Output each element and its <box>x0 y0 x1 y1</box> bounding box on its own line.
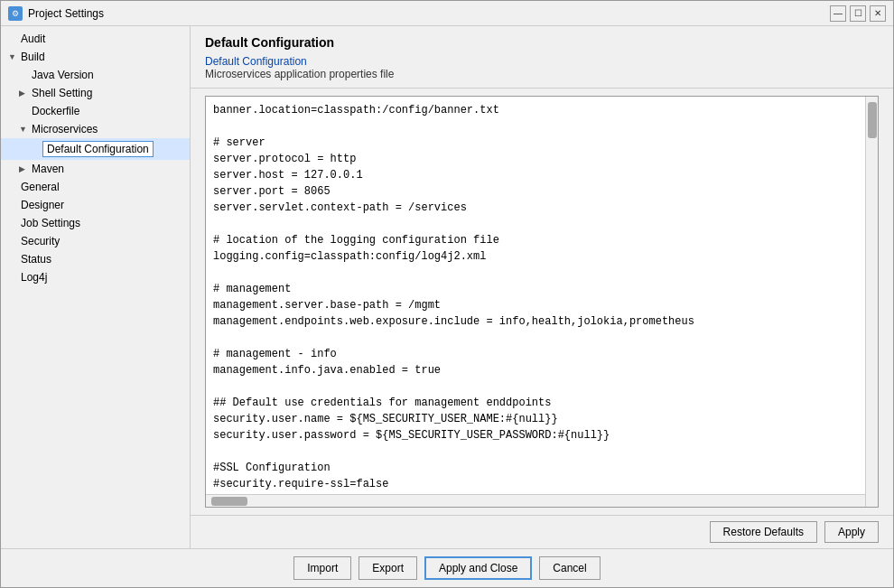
sidebar-label-dockerfile: Dockerfile <box>32 105 79 117</box>
expand-icon-build: ▼ <box>8 52 17 61</box>
expand-icon-maven: ▶ <box>19 164 28 173</box>
sidebar-item-status[interactable]: Status <box>1 250 190 268</box>
sidebar-label-security: Security <box>21 235 60 247</box>
editor-content[interactable]: banner.location=classpath:/config/banner… <box>213 102 858 494</box>
cancel-button[interactable]: Cancel <box>539 556 600 580</box>
close-button[interactable]: ✕ <box>870 5 886 22</box>
editor-main: banner.location=classpath:/config/banner… <box>206 97 865 507</box>
horizontal-scrollbar[interactable] <box>206 494 865 507</box>
sidebar-label-audit: Audit <box>21 33 45 45</box>
sidebar: Audit▼BuildJava Version▶Shell SettingDoc… <box>1 26 191 548</box>
project-settings-window: ⚙ Project Settings — ☐ ✕ Audit▼BuildJava… <box>0 0 894 588</box>
main-subheader2: Microservices application properties fil… <box>205 68 879 80</box>
export-button[interactable]: Export <box>359 556 417 580</box>
editor-wrapper: banner.location=classpath:/config/banner… <box>206 97 878 507</box>
editor-scroll[interactable]: banner.location=classpath:/config/banner… <box>206 97 865 494</box>
sidebar-label-designer: Designer <box>21 199 64 211</box>
sidebar-item-security[interactable]: Security <box>1 232 190 250</box>
window-controls: — ☐ ✕ <box>830 5 886 22</box>
main-panel: Default Configuration Default Configurat… <box>191 26 893 548</box>
sidebar-item-dockerfile[interactable]: Dockerfile <box>1 102 190 120</box>
maximize-button[interactable]: ☐ <box>850 5 866 22</box>
import-button[interactable]: Import <box>293 556 351 580</box>
sidebar-item-default-configuration[interactable]: Default Configuration <box>1 138 190 160</box>
sidebar-label-log4j: Log4j <box>21 271 47 284</box>
sidebar-label-job-settings: Job Settings <box>21 217 80 229</box>
title-bar-left: ⚙ Project Settings <box>8 6 104 21</box>
sidebar-label-general: General <box>21 181 60 193</box>
sidebar-item-job-settings[interactable]: Job Settings <box>1 214 190 232</box>
main-subheader1: Default Configuration <box>205 55 879 68</box>
sidebar-label-java-version: Java Version <box>32 69 94 81</box>
expand-icon-microservices: ▼ <box>19 125 28 134</box>
vertical-scrollbar[interactable] <box>865 97 878 507</box>
sidebar-item-designer[interactable]: Designer <box>1 196 190 214</box>
sidebar-item-log4j[interactable]: Log4j <box>1 268 190 286</box>
sidebar-label-maven: Maven <box>32 163 64 175</box>
sidebar-item-audit[interactable]: Audit <box>1 30 190 48</box>
h-scroll-thumb[interactable] <box>211 497 247 506</box>
footer-buttons: Import Export Apply and Close Cancel <box>1 548 893 587</box>
sidebar-label-shell-setting: Shell Setting <box>32 87 92 99</box>
restore-defaults-button[interactable]: Restore Defaults <box>710 521 817 543</box>
sidebar-label-build: Build <box>21 51 45 63</box>
content-area: Audit▼BuildJava Version▶Shell SettingDoc… <box>1 26 893 548</box>
sidebar-item-java-version[interactable]: Java Version <box>1 66 190 84</box>
sidebar-label-default-configuration: Default Configuration <box>42 141 154 157</box>
sidebar-item-build[interactable]: ▼Build <box>1 48 190 66</box>
sidebar-item-maven[interactable]: ▶Maven <box>1 160 190 178</box>
sidebar-item-microservices[interactable]: ▼Microservices <box>1 120 190 138</box>
sidebar-label-microservices: Microservices <box>32 123 98 135</box>
title-bar: ⚙ Project Settings — ☐ ✕ <box>1 1 893 26</box>
v-scroll-thumb[interactable] <box>868 102 877 138</box>
apply-button[interactable]: Apply <box>824 521 879 543</box>
main-header-title: Default Configuration <box>205 35 879 50</box>
sidebar-item-shell-setting[interactable]: ▶Shell Setting <box>1 84 190 102</box>
bottom-buttons: Restore Defaults Apply <box>191 515 893 548</box>
sidebar-label-status: Status <box>21 253 51 266</box>
window-icon: ⚙ <box>8 6 23 21</box>
sidebar-item-general[interactable]: General <box>1 178 190 196</box>
main-header: Default Configuration Default Configurat… <box>191 26 893 89</box>
minimize-button[interactable]: — <box>830 5 846 22</box>
editor-container: banner.location=classpath:/config/banner… <box>205 96 879 508</box>
apply-and-close-button[interactable]: Apply and Close <box>424 556 532 580</box>
expand-icon-shell-setting: ▶ <box>19 89 28 98</box>
window-title: Project Settings <box>28 7 104 20</box>
